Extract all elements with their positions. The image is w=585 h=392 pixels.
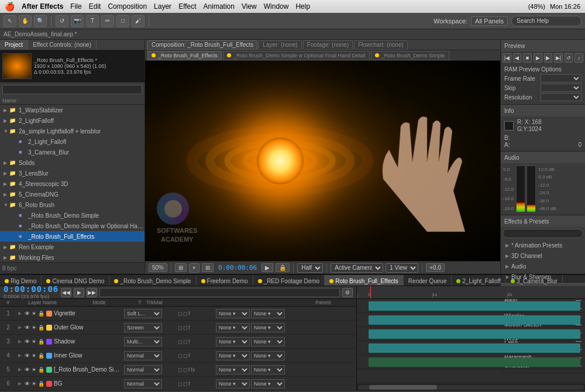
timeline-tab-light-falloff[interactable]: 2_Light_Falloff xyxy=(452,275,505,286)
layer-icon-3d-5[interactable]: ◻ xyxy=(183,381,187,387)
trkmat-select-0[interactable]: None ▾ xyxy=(216,309,250,318)
layer-icon-mask-3[interactable]: ◻ xyxy=(178,353,182,359)
layer-lock-2[interactable]: 🔒 xyxy=(37,339,44,345)
framerate-select[interactable] xyxy=(541,74,581,82)
tool-zoom[interactable]: 🔍 xyxy=(34,15,47,27)
views-select[interactable]: 1 View xyxy=(386,263,418,273)
tl-btn-next[interactable]: ▶▶ xyxy=(87,288,97,297)
mode-select-4[interactable]: Normal xyxy=(124,365,162,374)
resolution-select[interactable] xyxy=(541,93,581,101)
tree-item-10[interactable]: ▼📁6_Roto Brush xyxy=(0,200,144,210)
subtab-full-effects[interactable]: _Roto Brush_Full_Effects xyxy=(147,51,222,60)
layer-icon-fx-2[interactable]: f xyxy=(188,339,190,345)
mode-select-5[interactable]: Normal xyxy=(124,379,162,388)
info-header[interactable]: Info xyxy=(501,105,585,116)
layer-lock-1[interactable]: 🔒 xyxy=(37,325,44,331)
layer-icon-fx-1[interactable]: f xyxy=(188,325,190,331)
fit-btn[interactable]: ⊞ xyxy=(175,263,187,272)
scrollbar-track[interactable] xyxy=(358,385,584,390)
tree-item-6[interactable]: ▶📁Solids xyxy=(0,157,144,168)
tl-btn-settings[interactable]: ⚙ xyxy=(342,288,353,297)
timeline-tab-freeform[interactable]: Freeform Demo xyxy=(197,275,253,286)
workspace-value[interactable]: All Panels xyxy=(471,16,508,26)
track-bar-1[interactable] xyxy=(369,315,581,325)
track-bar-4[interactable] xyxy=(369,357,581,367)
track-bar-3[interactable] xyxy=(369,343,581,353)
layer-row-5[interactable]: 6 ▶ 👁 ☀ 🔒 BG Normal ◻ ◻ f None ▾ None ▾ xyxy=(0,377,356,391)
timeline-tab-camera-blur[interactable]: 3_Camera_Blur xyxy=(506,275,563,286)
project-search-input[interactable] xyxy=(2,85,142,94)
effects-search-input[interactable] xyxy=(503,229,583,238)
tree-item-13[interactable]: ▶■_Roto Brush_Full_Effects xyxy=(0,231,144,242)
subtab-hand-detail[interactable]: _Roto Brush_Demo Simple w Optional Final… xyxy=(223,51,370,60)
menu-animation[interactable]: Animation xyxy=(204,2,235,11)
layer-solo-4[interactable]: ☀ xyxy=(30,367,37,373)
menu-file[interactable]: File xyxy=(70,2,81,11)
layer-eye-2[interactable]: 👁 xyxy=(23,339,30,345)
quality-select[interactable]: Half xyxy=(297,263,323,273)
preview-prev-frame[interactable]: ◀ xyxy=(513,53,522,63)
tool-hand[interactable]: ✋ xyxy=(19,15,32,27)
layer-expand-0[interactable]: ▶ xyxy=(16,311,23,316)
audio-header[interactable]: Audio xyxy=(501,152,585,163)
layer-row-0[interactable]: 1 ▶ 👁 ☀ 🔒 Vignette Soft L... ◻ ◻ f None … xyxy=(0,307,356,321)
menu-effect[interactable]: Effect xyxy=(178,2,196,11)
tl-btn-prev[interactable]: ◀◀ xyxy=(61,288,71,297)
parent-select-2[interactable]: None ▾ xyxy=(251,337,285,346)
layer-icon-mask-4[interactable]: ◻ xyxy=(178,367,182,373)
layer-solo-1[interactable]: ☀ xyxy=(30,325,37,331)
zoom-select[interactable]: 50% xyxy=(149,263,167,272)
tool-rotate[interactable]: ↺ xyxy=(56,15,68,27)
parent-select-0[interactable]: None ▾ xyxy=(251,309,285,318)
tool-select[interactable]: ↖ xyxy=(4,15,16,27)
track-bar-0[interactable] xyxy=(369,301,581,311)
trkmat-select-4[interactable]: None ▾ xyxy=(216,365,250,374)
tree-item-14[interactable]: ▶📁Ren Example xyxy=(0,242,144,252)
timeline-search-input[interactable] xyxy=(99,288,340,297)
menu-edit[interactable]: Edit xyxy=(89,2,101,11)
layer-expand-3[interactable]: ▶ xyxy=(16,353,23,358)
tl-btn-play[interactable]: ▶ xyxy=(74,288,84,297)
timeline-tab-roto-full[interactable]: Roto Brush_Full_Effects xyxy=(325,275,404,286)
preview-first[interactable]: |◀ xyxy=(503,53,511,63)
layer-icon-fx-0[interactable]: f xyxy=(188,311,190,317)
preview-loop[interactable]: ↺ xyxy=(565,53,573,63)
preview-last[interactable]: ▶| xyxy=(554,53,563,63)
layer-row-1[interactable]: 2 ▶ 👁 ☀ 🔒 Outer Glow Screen ◻ ◻ f None ▾… xyxy=(0,321,356,335)
timeline-tab-render-queue[interactable]: Render Queue xyxy=(404,275,452,286)
tool-brush[interactable]: 🖌 xyxy=(132,15,144,27)
search-input[interactable] xyxy=(511,16,581,26)
tree-item-3[interactable]: ▼📁2a_simple Lightfalloff + lensblur xyxy=(0,126,144,136)
layer-solo-2[interactable]: ☀ xyxy=(30,339,37,345)
subtab-demo-simple[interactable]: _Roto Brush_Demo Simple xyxy=(371,51,449,60)
layer-lock-0[interactable]: 🔒 xyxy=(37,311,44,317)
parent-select-5[interactable]: None ▾ xyxy=(251,379,285,388)
tool-pen[interactable]: ✏ xyxy=(101,15,114,27)
tree-item-1[interactable]: ▶📁1_WarpStabilizer xyxy=(0,105,144,115)
layer-icon-fx2-4[interactable]: fx xyxy=(191,367,195,373)
grid-btn[interactable]: ⊞ xyxy=(202,263,214,272)
parent-select-1[interactable]: None ▾ xyxy=(251,323,285,332)
tab-effect-controls[interactable]: Effect Controls: (none) xyxy=(28,40,97,50)
layer-icon-fx-5[interactable]: f xyxy=(188,381,190,387)
comp-tab-layer[interactable]: Layer: (none) xyxy=(259,40,301,50)
mode-select-2[interactable]: Multi... xyxy=(124,337,162,346)
tree-item-15[interactable]: ▶📁Working Files xyxy=(0,252,144,262)
tree-item-9[interactable]: ▶📁5_CinemaDNG xyxy=(0,189,144,200)
tab-project[interactable]: Project xyxy=(0,40,28,50)
layer-solo-0[interactable]: ☀ xyxy=(30,311,37,317)
layer-icon-mask-2[interactable]: ◻ xyxy=(178,339,182,345)
effects-item-1[interactable]: ▶ 3D Channel xyxy=(501,250,585,261)
layer-expand-4[interactable]: ▶ xyxy=(16,367,23,372)
tree-item-2[interactable]: ▶📁2_LightFalloff xyxy=(0,115,144,126)
menu-layer[interactable]: Layer xyxy=(154,2,171,11)
comp-tab-flowchart[interactable]: Flowchart: (none) xyxy=(354,40,408,50)
layer-solo-3[interactable]: ☀ xyxy=(30,353,37,359)
layer-expand-1[interactable]: ▶ xyxy=(16,325,23,330)
comp-tab-footage[interactable]: Footage: (none) xyxy=(303,40,353,50)
layer-icon-mask-1[interactable]: ◻ xyxy=(178,325,182,331)
skip-select[interactable] xyxy=(541,84,581,92)
camera-select[interactable]: Active Camera xyxy=(331,263,383,273)
trkmat-select-3[interactable]: None ▾ xyxy=(216,351,250,360)
preview-play[interactable]: ▶ xyxy=(534,53,542,63)
